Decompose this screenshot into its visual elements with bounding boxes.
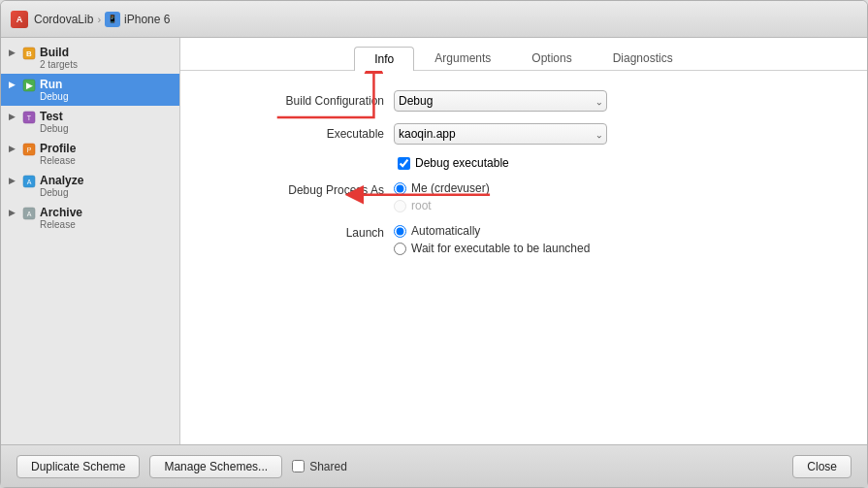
debug-process-radio-group: Me (crdevuser) root — [394, 181, 704, 212]
tab-diagnostics[interactable]: Diagnostics — [593, 46, 693, 70]
tab-options[interactable]: Options — [511, 46, 592, 70]
sidebar-item-profile[interactable]: ▶ P Profile Release — [1, 138, 179, 170]
analyze-scheme-icon: A — [22, 175, 36, 188]
tab-info[interactable]: Info — [354, 47, 414, 71]
arrow-icon-test: ▶ — [9, 112, 18, 121]
test-labels: Test Debug — [40, 110, 68, 134]
window-body: ▶ B Build 2 targets ▶ ▶ Run Debug — [1, 38, 867, 487]
executable-row: Executable kaoqin.app — [219, 123, 828, 145]
build-sublabel: 2 targets — [40, 59, 78, 70]
test-scheme-icon: T — [22, 111, 36, 124]
content-area: ▶ B Build 2 targets ▶ ▶ Run Debug — [1, 38, 867, 444]
radio-me-label: Me (crdevuser) — [411, 181, 490, 195]
svg-text:A: A — [27, 179, 32, 185]
sidebar: ▶ B Build 2 targets ▶ ▶ Run Debug — [1, 38, 180, 444]
svg-text:P: P — [27, 146, 32, 153]
debug-executable-row: Debug executable — [219, 156, 828, 170]
radio-me[interactable] — [394, 182, 406, 195]
sidebar-item-run[interactable]: ▶ ▶ Run Debug — [1, 74, 179, 106]
build-scheme-icon: B — [22, 47, 36, 60]
close-button[interactable]: Close — [792, 455, 852, 478]
sidebar-item-build[interactable]: ▶ B Build 2 targets — [1, 42, 179, 74]
svg-text:B: B — [26, 49, 32, 58]
launch-label: Launch — [219, 224, 394, 240]
profile-scheme-icon: P — [22, 143, 36, 156]
archive-sublabel: Release — [40, 219, 82, 230]
build-label: Build — [40, 46, 78, 59]
tab-arguments[interactable]: Arguments — [414, 46, 511, 70]
breadcrumb-sep: › — [97, 14, 101, 25]
profile-labels: Profile Release — [40, 142, 76, 166]
test-sublabel: Debug — [40, 123, 68, 134]
arrow-icon-analyze: ▶ — [9, 176, 18, 185]
run-labels: Run Debug — [40, 78, 68, 102]
titlebar-text: CordovaLib › 📱 iPhone 6 — [34, 12, 170, 27]
titlebar: A CordovaLib › 📱 iPhone 6 — [1, 1, 867, 38]
debug-process-label: Debug Process As — [219, 181, 394, 197]
svg-text:A: A — [27, 211, 32, 217]
sidebar-item-analyze[interactable]: ▶ A Analyze Debug — [1, 170, 179, 202]
build-config-control: Debug Release — [394, 90, 704, 112]
arrow-icon-run: ▶ — [9, 80, 18, 89]
launch-wait-option: Wait for executable to be launched — [394, 242, 704, 255]
footer: Duplicate Scheme Manage Schemes... Share… — [1, 444, 867, 487]
run-sublabel: Debug — [40, 91, 68, 102]
app-window: A CordovaLib › 📱 iPhone 6 ▶ B Build 2 ta… — [0, 0, 868, 488]
shared-checkbox[interactable] — [292, 460, 305, 472]
build-labels: Build 2 targets — [40, 46, 78, 70]
launch-row: Launch Automatically Wait for executable… — [219, 224, 828, 255]
radio-root[interactable] — [394, 200, 406, 212]
shared-label: Shared — [309, 460, 347, 473]
profile-sublabel: Release — [40, 155, 76, 166]
svg-text:T: T — [27, 114, 32, 121]
radio-launch-wait[interactable] — [394, 243, 406, 255]
arrow-icon-build: ▶ — [9, 48, 18, 57]
svg-text:▶: ▶ — [26, 81, 33, 90]
executable-control: kaoqin.app — [394, 123, 704, 145]
launch-control: Automatically Wait for executable to be … — [394, 224, 704, 255]
debug-executable-checkbox[interactable] — [398, 157, 410, 170]
debug-process-row: Debug Process As Me (crdevuser) root — [219, 181, 828, 212]
build-config-row: Build Configuration Debug Release — [219, 90, 828, 112]
build-config-select[interactable]: Debug Release — [394, 90, 607, 112]
build-config-label: Build Configuration — [219, 94, 394, 108]
archive-labels: Archive Release — [40, 206, 82, 230]
iphone-icon: 📱 — [105, 12, 120, 27]
tab-content-info: Build Configuration Debug Release — [180, 71, 867, 444]
run-label: Run — [40, 78, 68, 91]
executable-label: Executable — [219, 127, 394, 141]
debug-executable-label: Debug executable — [415, 156, 509, 170]
debug-process-control: Me (crdevuser) root — [394, 181, 704, 212]
launch-wait-label: Wait for executable to be launched — [411, 242, 590, 255]
analyze-sublabel: Debug — [40, 187, 83, 198]
launch-auto-option: Automatically — [394, 224, 704, 238]
arrow-icon-profile: ▶ — [9, 144, 18, 153]
sidebar-item-test[interactable]: ▶ T Test Debug — [1, 106, 179, 138]
launch-options: Automatically Wait for executable to be … — [394, 224, 704, 255]
shared-area: Shared — [292, 460, 347, 473]
sidebar-item-archive[interactable]: ▶ A Archive Release — [1, 202, 179, 234]
device-name: iPhone 6 — [124, 13, 170, 26]
build-config-select-wrapper: Debug Release — [394, 90, 607, 112]
app-name: CordovaLib — [34, 13, 93, 26]
executable-select-wrapper: kaoqin.app — [394, 123, 607, 145]
analyze-labels: Analyze Debug — [40, 174, 83, 198]
tabs-bar: Info Arguments Options Diagnostics — [180, 38, 867, 71]
debug-executable-checkbox-row: Debug executable — [398, 156, 704, 170]
test-label: Test — [40, 110, 68, 123]
profile-label: Profile — [40, 142, 76, 155]
archive-label: Archive — [40, 206, 82, 219]
manage-schemes-button[interactable]: Manage Schemes... — [149, 455, 282, 478]
run-scheme-icon: ▶ — [22, 79, 36, 92]
duplicate-scheme-button[interactable]: Duplicate Scheme — [16, 455, 140, 478]
main-panel: Info Arguments Options Diagnostics — [180, 38, 867, 444]
arrow-icon-archive: ▶ — [9, 208, 18, 217]
radio-launch-auto[interactable] — [394, 225, 406, 238]
archive-scheme-icon: A — [22, 207, 36, 220]
cordova-icon: A — [11, 11, 28, 28]
radio-root-label: root — [411, 199, 432, 212]
radio-me-row: Me (crdevuser) — [394, 181, 704, 195]
debug-executable-control: Debug executable — [394, 156, 704, 170]
radio-root-row: root — [394, 199, 704, 212]
executable-select[interactable]: kaoqin.app — [394, 123, 607, 145]
